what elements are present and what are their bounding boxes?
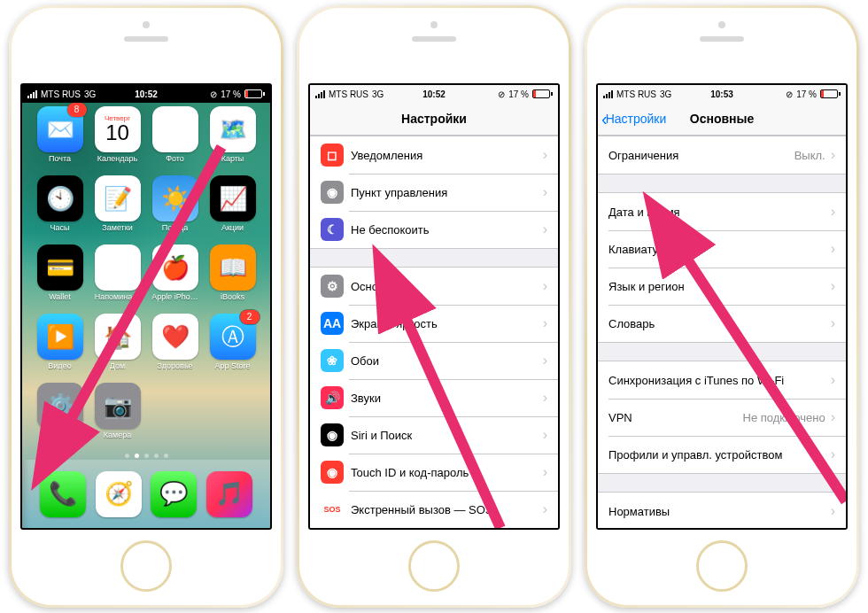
touchid-icon: ◉ [321,461,344,484]
app-appstore[interactable]: Ⓐ22App Store [204,314,261,383]
carrier-label: MTS RUS [329,89,368,99]
chevron-right-icon: › [543,278,547,294]
home-icon: 🏠 [95,314,141,360]
home-button[interactable] [408,540,460,592]
row-label: Уведомления [351,149,543,162]
chevron-right-icon: › [543,427,547,443]
maps-icon: 🗺️ [210,106,256,152]
facetime-icon: 🍎 [152,244,198,291]
app-home[interactable]: 🏠Дом [89,314,146,383]
chevron-right-icon: › [831,241,835,257]
front-camera [718,21,725,28]
app-photos[interactable]: ❀Фото [146,106,204,175]
row-control-center[interactable]: ◉Пункт управления› [310,174,558,211]
app-camera[interactable]: 📷Камера [89,383,146,452]
clock-label: 10:52 [422,89,446,99]
app-weather[interactable]: ☀️Погода [146,175,204,244]
earpiece-speaker [124,36,168,42]
app-label: Камера [104,431,131,439]
app-settings[interactable]: ⚙️Настройки [31,383,89,452]
screen: MTS RUS 3G 10:52 ⊘ 17 % Настройки ◻︎Увед… [308,83,560,530]
home-screen: ✉️8ПочтаЧетверг10Календарь❀Фото🗺️Карты🕙Ч… [22,103,270,528]
app-facetime[interactable]: 🍎Apple iPho… [146,244,204,314]
row-sos[interactable]: SOSЭкстренный вызов — SOS› [310,491,558,528]
app-maps[interactable]: 🗺️Карты [204,106,261,175]
row-notifications[interactable]: ◻︎Уведомления› [310,136,558,174]
row-label: Экран и яркость [351,317,543,330]
app-wallet[interactable]: 💳Wallet [31,244,89,314]
chevron-right-icon: › [543,353,547,369]
app-reminders[interactable]: ☰Напомина… [89,244,146,314]
appstore-icon: Ⓐ22 [210,314,256,360]
row-general[interactable]: ⚙︎Основные› [310,268,558,305]
health-icon: ❤️ [152,314,198,360]
row-keyboard[interactable]: Клавиатура› [598,230,846,268]
control-center-icon: ◉ [321,181,344,204]
clock-label: 10:53 [710,89,733,99]
sounds-icon: 🔊 [321,386,344,409]
videos-icon: ▶️ [37,314,83,360]
row-vpn[interactable]: VPNНе подключено› [598,399,846,436]
settings-list[interactable]: ОграниченияВыкл.› Дата и время›Клавиатур… [598,136,846,528]
app-health[interactable]: ❤️Здоровье [146,314,204,383]
earpiece-speaker [700,36,744,42]
home-button[interactable] [120,540,172,592]
row-display[interactable]: AAЭкран и яркость› [310,305,558,342]
app-calendar[interactable]: Четверг10Календарь [89,106,146,175]
app-clock[interactable]: 🕙Часы [31,175,89,244]
home-button[interactable] [696,540,748,592]
row-profiles[interactable]: Профили и управл. устройством› [598,436,846,473]
row-sounds[interactable]: 🔊Звуки› [310,379,558,416]
app-label: Напомина… [95,292,141,301]
phone-icon: 📞 [40,471,86,517]
row-siri[interactable]: ◉Siri и Поиск› [310,416,558,454]
dock-app-phone[interactable]: 📞 [40,471,86,517]
row-datetime[interactable]: Дата и время› [598,193,846,230]
dock-app-music[interactable]: 🎵 [206,471,252,517]
navbar: Настройки [310,103,558,136]
app-mail[interactable]: ✉️8Почта [31,106,89,175]
settings-general: MTS RUS 3G 10:53 ⊘ 17 % ‹ Настройки Осно… [598,85,846,528]
back-button[interactable]: ‹ Настройки [601,110,666,128]
row-label: Звуки [351,392,543,405]
row-label: Профили и управл. устройством [608,448,831,462]
row-dnd[interactable]: ☾Не беспокоить› [310,211,558,248]
row-value: Выкл. [794,149,825,162]
row-language[interactable]: Язык и регион› [598,268,846,305]
row-restrictions[interactable]: ОграниченияВыкл.› [598,136,846,174]
page-indicator[interactable] [22,454,270,458]
app-ibooks[interactable]: 📖iBooks [204,244,261,314]
settings-app: MTS RUS 3G 10:52 ⊘ 17 % Настройки ◻︎Увед… [310,85,558,528]
iphone-device-1: MTS RUS 3G 10:52 ⊘ 17 % ✉️8ПочтаЧетверг1… [9,5,283,608]
app-label: Дом [110,361,125,370]
weather-icon: ☀️ [152,175,198,221]
network-label: 3G [372,89,384,99]
battery-icon [244,89,265,98]
row-regulatory[interactable]: Нормативы› [598,493,846,528]
app-label: Часы [50,223,70,232]
network-label: 3G [660,89,671,99]
chevron-right-icon: › [831,446,835,462]
app-label: Календарь [97,154,137,163]
battery-percent: 17 % [508,89,529,99]
carrier-label: MTS RUS [616,89,656,99]
row-itunes-wifi[interactable]: Синхронизация с iTunes по Wi-Fi› [598,361,846,399]
status-bar: MTS RUS 3G 10:52 ⊘ 17 % [310,85,558,103]
app-notes[interactable]: 📝Заметки [89,175,146,244]
settings-list[interactable]: ◻︎Уведомления›◉Пункт управления›☾Не бесп… [310,136,558,528]
app-videos[interactable]: ▶️Видео [31,314,89,383]
row-label: Словарь [608,317,831,330]
app-label: Apple iPho… [151,292,198,301]
app-label: Заметки [102,223,132,232]
badge: 2 [240,310,260,324]
calendar-day: 10 [105,122,129,144]
row-touchid[interactable]: ◉Touch ID и код-пароль› [310,454,558,491]
row-label: Обои [351,354,543,368]
row-wallpaper[interactable]: ❀Обои› [310,342,558,379]
dock-app-safari[interactable]: 🧭 [96,471,142,517]
dock-app-messages[interactable]: 💬 [151,471,197,517]
siri-icon: ◉ [321,423,344,446]
row-dictionary[interactable]: Словарь› [598,305,846,342]
app-stocks[interactable]: 📈Акции [204,175,261,244]
row-label: Touch ID и код-пароль [351,466,543,479]
